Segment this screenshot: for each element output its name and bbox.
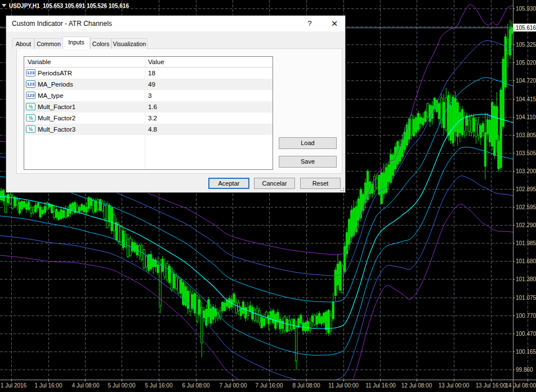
svg-text:1 Jul 2016: 1 Jul 2016 <box>1 382 27 389</box>
svg-text:6 Jul 08:00: 6 Jul 08:00 <box>182 382 210 389</box>
svg-text:103.200: 103.200 <box>516 168 536 174</box>
svg-text:12 Jul 08:00: 12 Jul 08:00 <box>401 382 432 389</box>
svg-text:5 Jul 00:00: 5 Jul 00:00 <box>108 382 136 389</box>
svg-text:105.020: 105.020 <box>516 60 536 66</box>
svg-text:101.075: 101.075 <box>516 295 536 301</box>
svg-text:99.860: 99.860 <box>516 367 533 373</box>
svg-text:14 Jul 08:00: 14 Jul 08:00 <box>506 382 536 389</box>
svg-text:102.895: 102.895 <box>516 186 536 192</box>
svg-text:7 Jul 00:00: 7 Jul 00:00 <box>220 382 247 389</box>
svg-text:13 Jul 16:00: 13 Jul 16:00 <box>476 382 507 389</box>
svg-text:105.325: 105.325 <box>516 42 536 48</box>
svg-text:4 Jul 08:00: 4 Jul 08:00 <box>72 382 100 389</box>
svg-text:1 Jul 16:00: 1 Jul 16:00 <box>35 382 62 389</box>
svg-text:104.110: 104.110 <box>516 114 536 120</box>
svg-text:103.505: 103.505 <box>516 150 536 156</box>
svg-text:8 Jul 08:00: 8 Jul 08:00 <box>293 382 320 389</box>
svg-text:104.720: 104.720 <box>516 78 536 84</box>
svg-text:11 Jul 00:00: 11 Jul 00:00 <box>328 382 359 389</box>
svg-text:13 Jul 00:00: 13 Jul 00:00 <box>439 382 470 389</box>
svg-text:101.985: 101.985 <box>516 240 536 246</box>
svg-text:101.380: 101.380 <box>516 276 536 282</box>
svg-text:100.470: 100.470 <box>516 331 536 337</box>
svg-text:103.805: 103.805 <box>516 132 536 138</box>
svg-text:100.165: 100.165 <box>516 349 536 355</box>
svg-text:105.616: 105.616 <box>516 25 536 31</box>
svg-text:100.770: 100.770 <box>516 313 536 319</box>
svg-text:7 Jul 16:00: 7 Jul 16:00 <box>256 382 283 389</box>
svg-text:USDJPY,H1 105.653 105.691 105: USDJPY,H1 105.653 105.691 105.526 105.61… <box>9 3 129 9</box>
svg-text:102.290: 102.290 <box>516 222 536 228</box>
svg-text:105.930: 105.930 <box>516 6 536 12</box>
svg-text:5 Jul 16:00: 5 Jul 16:00 <box>145 382 173 389</box>
svg-text:104.415: 104.415 <box>516 96 536 102</box>
svg-text:11 Jul 16:00: 11 Jul 16:00 <box>365 382 396 389</box>
svg-text:101.680: 101.680 <box>516 258 536 264</box>
svg-text:102.595: 102.595 <box>516 204 536 210</box>
